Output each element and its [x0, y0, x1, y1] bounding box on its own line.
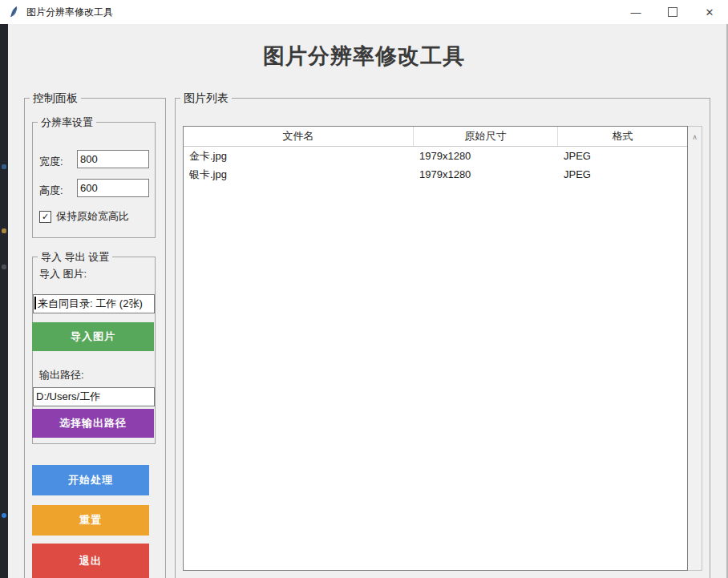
close-button[interactable]: ✕ [691, 0, 728, 24]
keep-ratio-label: 保持原始宽高比 [56, 209, 129, 224]
column-header-filename[interactable]: 文件名 [184, 127, 414, 146]
cell-filename: 银卡.jpg [184, 168, 414, 182]
table-row[interactable]: 金卡.jpg 1979x1280 JPEG [184, 147, 687, 165]
control-panel-label: 控制面板 [30, 91, 81, 106]
background-window-sliver [0, 24, 8, 578]
scroll-up-icon[interactable]: ∧ [688, 127, 702, 141]
choose-output-path-button[interactable]: 选择输出路径 [32, 409, 154, 438]
import-images-button[interactable]: 导入图片 [32, 322, 154, 351]
reset-button[interactable]: 重置 [32, 505, 149, 536]
output-label: 输出路径: [39, 368, 84, 382]
cell-format: JPEG [558, 168, 687, 180]
cell-format: JPEG [558, 150, 687, 162]
resolution-settings-label: 分辨率设置 [38, 115, 96, 130]
window-title: 图片分辨率修改工具 [26, 6, 113, 19]
cell-size: 1979x1280 [414, 168, 558, 180]
image-list-label: 图片列表 [180, 91, 232, 106]
titlebar: 图片分辨率修改工具 — ✕ [0, 0, 728, 24]
maximize-icon [668, 7, 677, 17]
keep-ratio-checkbox[interactable]: ✓ 保持原始宽高比 [39, 209, 129, 224]
width-input[interactable] [77, 150, 149, 168]
resolution-settings-group: 分辨率设置 宽度: 高度: ✓ 保持原始宽高比 [32, 122, 156, 238]
output-path-input[interactable] [33, 387, 155, 406]
cell-filename: 金卡.jpg [184, 149, 414, 164]
exit-button[interactable]: 退出 [32, 544, 149, 578]
python-feather-icon [7, 6, 20, 18]
column-header-original-size[interactable]: 原始尺寸 [414, 127, 558, 146]
height-input[interactable] [77, 179, 149, 197]
import-label: 导入 图片: [39, 267, 87, 281]
io-settings-label: 导入 导出 设置 [38, 250, 112, 265]
minimize-button[interactable]: — [617, 0, 654, 24]
column-header-format[interactable]: 格式 [558, 127, 687, 146]
text-cursor [34, 297, 36, 309]
image-table: 文件名 原始尺寸 格式 金卡.jpg 1979x1280 JPEG 银卡.jpg… [183, 126, 688, 571]
maximize-button[interactable] [654, 0, 691, 24]
page-title: 图片分辨率修改工具 [8, 42, 720, 71]
checkbox-check-icon: ✓ [39, 211, 51, 223]
table-scrollbar[interactable]: ∧ [688, 126, 702, 571]
table-row[interactable]: 银卡.jpg 1979x1280 JPEG [184, 165, 687, 184]
height-label: 高度: [39, 184, 63, 198]
table-header: 文件名 原始尺寸 格式 [184, 127, 687, 147]
start-processing-button[interactable]: 开始处理 [32, 465, 149, 495]
width-label: 宽度: [39, 155, 63, 169]
cell-size: 1979x1280 [414, 150, 558, 162]
import-source-input[interactable] [33, 294, 155, 313]
